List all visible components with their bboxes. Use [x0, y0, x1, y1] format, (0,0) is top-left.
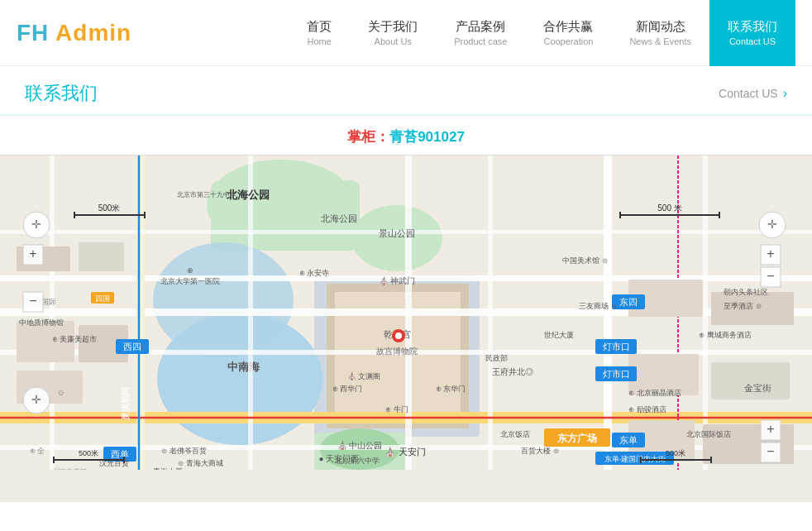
svg-point-77: [395, 332, 402, 339]
svg-text:⛪ 中山公园: ⛪ 中山公园: [337, 440, 383, 451]
svg-text:500米: 500米: [666, 449, 685, 457]
svg-rect-16: [136, 155, 145, 470]
svg-text:四国: 四国: [95, 294, 110, 303]
svg-rect-22: [50, 155, 55, 470]
svg-text:东单: 东单: [619, 435, 638, 445]
svg-text:民政部: 民政部: [485, 354, 508, 362]
svg-text:500米: 500米: [98, 203, 121, 213]
svg-rect-37: [711, 362, 790, 399]
svg-text:西单: 西单: [111, 449, 129, 459]
svg-text:国家教育部: 国家教育部: [54, 468, 87, 470]
svg-text:北海公园: 北海公园: [321, 213, 357, 223]
svg-text:百货大楼 ⊙: 百货大楼 ⊙: [521, 447, 559, 455]
svg-text:故宫博物院: 故宫博物院: [376, 347, 418, 356]
svg-text:灵境胡同: 灵境胡同: [121, 387, 130, 421]
nav-contact[interactable]: 联系我们 Contact US: [709, 0, 795, 66]
svg-text:中国美术馆 ⊙: 中国美术馆 ⊙: [562, 256, 608, 265]
svg-text:北京第六中学: 北京第六中学: [335, 457, 380, 465]
svg-text:西四: 西四: [123, 342, 141, 352]
svg-text:灯市口: 灯市口: [603, 342, 630, 352]
svg-text:朝内头条社区: 朝内头条社区: [724, 288, 768, 296]
svg-text:−: −: [767, 444, 774, 458]
svg-text:北京国际饭店: 北京国际饭店: [686, 430, 731, 438]
svg-text:北京饭店: 北京饭店: [500, 430, 530, 438]
svg-text:⊙ 青海大商城: ⊙ 青海大商城: [178, 459, 223, 467]
contact-label: 掌柜：: [347, 129, 389, 145]
svg-text:至季酒店 ⊙: 至季酒店 ⊙: [724, 302, 762, 310]
svg-text:⛪ 天安门: ⛪ 天安门: [385, 446, 426, 457]
svg-text:⊕ 美廉美超市: ⊕ 美廉美超市: [52, 335, 98, 343]
contact-banner: 掌柜：青苔901027: [0, 116, 812, 155]
svg-text:景山公园: 景山公园: [379, 228, 415, 238]
svg-text:⛪ 文渊阁: ⛪ 文渊阁: [347, 371, 381, 381]
header: FH Admin 首页 Home 关于我们 About Us 产品案例 Prod…: [0, 0, 812, 66]
svg-text:东方广场: 东方广场: [557, 433, 597, 444]
breadcrumb: Contact US ›: [719, 86, 787, 101]
svg-text:−: −: [767, 269, 774, 283]
svg-text:⊕ 永安寺: ⊕ 永安寺: [299, 269, 330, 277]
nav-home[interactable]: 首页 Home: [289, 11, 350, 55]
svg-text:500 米: 500 米: [657, 203, 681, 213]
svg-text:中南海: 中南海: [227, 361, 260, 373]
svg-rect-17: [405, 155, 412, 470]
svg-rect-33: [79, 242, 124, 271]
nav-cooperation[interactable]: 合作共赢 Cooperation: [525, 11, 611, 55]
svg-rect-23: [248, 155, 253, 470]
map-container[interactable]: 中南海: [0, 155, 812, 502]
svg-text:中地质博物馆: 中地质博物馆: [19, 318, 64, 327]
map-svg: 中南海: [0, 155, 812, 470]
svg-text:王府井北◎: 王府井北◎: [492, 367, 533, 376]
nav-product[interactable]: 产品案例 Product case: [436, 11, 525, 55]
svg-text:⊕ 西华门: ⊕ 西华门: [332, 385, 363, 393]
svg-text:✛: ✛: [31, 393, 41, 406]
nav-news[interactable]: 新闻动态 News & Events: [611, 11, 709, 55]
svg-text:世纪大厦: 世纪大厦: [544, 331, 574, 339]
svg-text:⊕ 东华门: ⊕ 东华门: [436, 385, 466, 393]
nav-about[interactable]: 关于我们 About Us: [350, 11, 436, 55]
svg-text:+: +: [29, 246, 36, 261]
chevron-right-icon: ›: [783, 86, 787, 101]
svg-text:青海大厦: 青海大厦: [153, 467, 183, 470]
svg-text:⊕ 北京丽晶酒店: ⊕ 北京丽晶酒店: [628, 389, 681, 397]
svg-text:东四: 东四: [619, 297, 638, 307]
svg-rect-24: [488, 155, 493, 470]
main-nav: 首页 Home 关于我们 About Us 产品案例 Product case …: [289, 0, 795, 66]
page-title: 联系我们: [25, 81, 98, 106]
svg-text:⊙ 老佛爷百货: ⊙ 老佛爷百货: [161, 447, 207, 455]
svg-text:+: +: [767, 246, 774, 261]
svg-text:+: +: [767, 422, 774, 436]
svg-text:北京大学第一医院: 北京大学第一医院: [160, 277, 220, 285]
svg-text:500米: 500米: [79, 449, 98, 457]
breadcrumb-link[interactable]: Contact US: [719, 87, 778, 100]
svg-text:⊕ 励骏酒店: ⊕ 励骏酒店: [628, 405, 666, 414]
svg-rect-25: [703, 155, 708, 470]
svg-rect-18: [604, 155, 612, 470]
svg-text:⛪ 神武门: ⛪ 神武门: [379, 275, 416, 286]
logo-admin: Admin: [49, 20, 131, 45]
svg-text:−: −: [29, 294, 36, 308]
svg-text:金宝街: 金宝街: [744, 383, 771, 393]
svg-text:⊕ 全: ⊕ 全: [30, 447, 45, 455]
svg-text:⊙: ⊙: [58, 389, 64, 397]
svg-text:⊕ 牛门: ⊕ 牛门: [385, 405, 408, 414]
svg-text:✛: ✛: [31, 218, 41, 231]
svg-text:✛: ✛: [767, 218, 777, 231]
svg-point-3: [351, 205, 442, 271]
svg-text:⊕ 鹰城商务酒店: ⊕ 鹰城商务酒店: [699, 331, 752, 339]
map-background: 中南海: [0, 155, 812, 502]
breadcrumb-bar: 联系我们 Contact US ›: [0, 66, 812, 116]
logo: FH Admin: [17, 20, 131, 46]
contact-value: 青苔901027: [389, 129, 465, 145]
svg-text:北京市第三十九中学: 北京市第三十九中学: [177, 191, 236, 199]
svg-text:灯市口: 灯市口: [603, 369, 630, 379]
logo-fh: FH: [17, 20, 49, 45]
svg-text:三友商场 ⊙: 三友商场 ⊙: [579, 302, 617, 310]
svg-point-11: [153, 242, 294, 358]
svg-text:⊕: ⊕: [187, 266, 193, 275]
